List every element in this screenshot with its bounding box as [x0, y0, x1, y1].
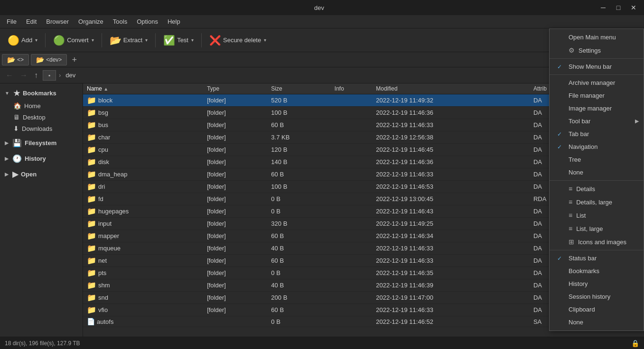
tab-add-button[interactable]: +	[69, 55, 80, 64]
sidebar-item-downloads[interactable]: ⬇Downloads	[0, 123, 83, 134]
sidebar-subicon-home: 🏠	[13, 102, 21, 110]
test-button[interactable]: ✅Test▾	[159, 31, 197, 49]
menu-item-edit[interactable]: Edit	[21, 16, 41, 27]
convert-button[interactable]: 🟢Convert▾	[49, 31, 98, 49]
col-modified[interactable]: Modified	[372, 83, 530, 94]
up-button[interactable]: ↑	[32, 70, 40, 81]
cell-info	[331, 119, 372, 131]
menu-item-help[interactable]: Help	[163, 16, 185, 27]
sidebar-arrow-history: ▶	[5, 156, 9, 161]
menu-item-history_menu[interactable]: History	[550, 277, 644, 290]
cell-name: 📁mqueue	[83, 242, 203, 255]
secure_delete-arrow[interactable]: ▾	[263, 37, 266, 43]
sidebar-sublabel-desktop: Desktop	[23, 114, 46, 121]
cell-modified: 2022-12-19 11:46:45	[372, 144, 530, 156]
status-text: 18 dir(s), 196 file(s), 127.9 TB	[5, 340, 80, 347]
tab-tab1[interactable]: 📂<>	[2, 54, 29, 65]
minimize-button[interactable]: ─	[597, 2, 610, 13]
col-name[interactable]: Name ▲	[83, 83, 203, 94]
menu-item-archive_manager[interactable]: Archive manager	[550, 76, 644, 89]
menu-item-bookmarks_menu[interactable]: Bookmarks	[550, 265, 644, 277]
cell-size: 100 B	[267, 107, 331, 119]
menu-item-image_manager[interactable]: Image manager	[550, 102, 644, 115]
convert-label: Convert	[67, 37, 89, 44]
tab-tab2[interactable]: 📂<dev>	[31, 54, 67, 65]
convert-arrow[interactable]: ▾	[91, 37, 94, 43]
file-icon: 📁	[87, 219, 96, 228]
test-arrow[interactable]: ▾	[190, 37, 194, 43]
file-icon: 📁	[87, 194, 96, 203]
extract-label: Extract	[123, 37, 142, 44]
cell-type: [folder]	[203, 119, 267, 131]
cell-modified: 2022-12-19 11:49:32	[372, 94, 530, 107]
cell-type: [folder]	[203, 131, 267, 144]
sidebar-section-open: ▶▶Open	[0, 167, 83, 181]
toolbar-sep	[45, 33, 46, 47]
navbar: ← → ↑ ▪ › dev	[0, 67, 644, 83]
cell-name: 📁disk	[83, 156, 203, 168]
menu-item-none2[interactable]: None	[550, 316, 644, 329]
cell-modified: 2022-12-19 11:46:33	[372, 168, 530, 181]
add-button[interactable]: 🟡Add▾	[4, 31, 41, 49]
menu-item-settings[interactable]: ⚙Settings	[550, 44, 644, 57]
sidebar-subicon-desktop: 🖥	[13, 113, 20, 121]
menu-item-organize[interactable]: Organize	[74, 16, 108, 27]
add-arrow[interactable]: ▾	[34, 37, 37, 43]
preview-button[interactable]: ▪	[43, 70, 56, 81]
cell-name: 📁vfio	[83, 304, 203, 316]
menu-item-tree[interactable]: Tree	[550, 153, 644, 166]
cell-modified: 2022-12-19 13:00:45	[372, 193, 530, 205]
menu-item-tab_bar[interactable]: ✓Tab bar	[550, 128, 644, 140]
back-button[interactable]: ←	[4, 70, 15, 81]
menu-item-show_menu_bar[interactable]: ✓Show Menu bar	[550, 60, 644, 73]
secure_delete-button[interactable]: ❌Secure delete▾	[205, 31, 270, 49]
menu-item-open_main_menu[interactable]: Open Main menu	[550, 31, 644, 44]
cell-name: 📁bus	[83, 119, 203, 131]
col-type[interactable]: Type	[203, 83, 267, 94]
menu-icon-details_large: ≡	[569, 198, 572, 206]
cell-type: [folder]	[203, 107, 267, 119]
menu-item-details[interactable]: ≡Details	[550, 182, 644, 195]
menu-item-tool_bar[interactable]: Tool bar▶	[550, 115, 644, 128]
sidebar-item-home[interactable]: 🏠Home	[0, 100, 83, 111]
sidebar-item-bookmarks[interactable]: ▼★Bookmarks	[0, 86, 83, 100]
menu-check-status_bar: ✓	[557, 255, 565, 262]
cell-modified: 2022-12-19 11:47:00	[372, 292, 530, 304]
menu-item-list[interactable]: ≡List	[550, 209, 644, 222]
menu-item-browser[interactable]: Browser	[41, 16, 74, 27]
maximize-button[interactable]: □	[612, 2, 625, 13]
col-size[interactable]: Size	[267, 83, 331, 94]
file-icon: 📁	[87, 133, 96, 142]
tab-label-tab1: <>	[17, 56, 24, 63]
menu-item-options[interactable]: Options	[132, 16, 163, 27]
menu-item-file[interactable]: File	[2, 16, 21, 27]
context-menu: Open Main menu⚙Settings✓Show Menu barArc…	[549, 28, 644, 331]
sidebar-item-open[interactable]: ▶▶Open	[0, 167, 83, 181]
cell-name: 📁char	[83, 131, 203, 144]
menu-item-clipboard[interactable]: Clipboard	[550, 303, 644, 316]
forward-button[interactable]: →	[18, 70, 29, 81]
menu-item-list_large[interactable]: ≡List, large	[550, 222, 644, 235]
tabbar: 📂<>📂<dev>+	[0, 52, 644, 67]
menu-item-details_large[interactable]: ≡Details, large	[550, 195, 644, 209]
extract-button[interactable]: 📂Extract▾	[106, 31, 151, 49]
sidebar-item-filesystem[interactable]: ▶💾Filesystem	[0, 136, 83, 150]
menu-item-status_bar[interactable]: ✓Status bar	[550, 252, 644, 265]
convert-icon: 🟢	[53, 35, 65, 46]
col-info[interactable]: Info	[331, 83, 372, 94]
menu-item-navigation[interactable]: ✓Navigation	[550, 140, 644, 153]
menu-item-none1[interactable]: None	[550, 166, 644, 179]
cell-size: 320 B	[267, 218, 331, 230]
cell-size: 120 B	[267, 144, 331, 156]
menu-label-show_menu_bar: Show Menu bar	[569, 63, 612, 70]
menu-item-icons_and_images[interactable]: ⊞Icons and images	[550, 235, 644, 248]
sidebar-item-history[interactable]: ▶🕐History	[0, 152, 83, 165]
close-button[interactable]: ✕	[627, 2, 640, 13]
sidebar-item-desktop[interactable]: 🖥Desktop	[0, 111, 83, 123]
cell-name: 📁dma_heap	[83, 168, 203, 181]
cell-modified: 2022-12-19 11:46:34	[372, 230, 530, 242]
menu-item-tools[interactable]: Tools	[108, 16, 132, 27]
menu-item-session_history[interactable]: Session history	[550, 290, 644, 303]
menu-item-file_manager[interactable]: File manager	[550, 89, 644, 102]
extract-arrow[interactable]: ▾	[144, 37, 148, 43]
